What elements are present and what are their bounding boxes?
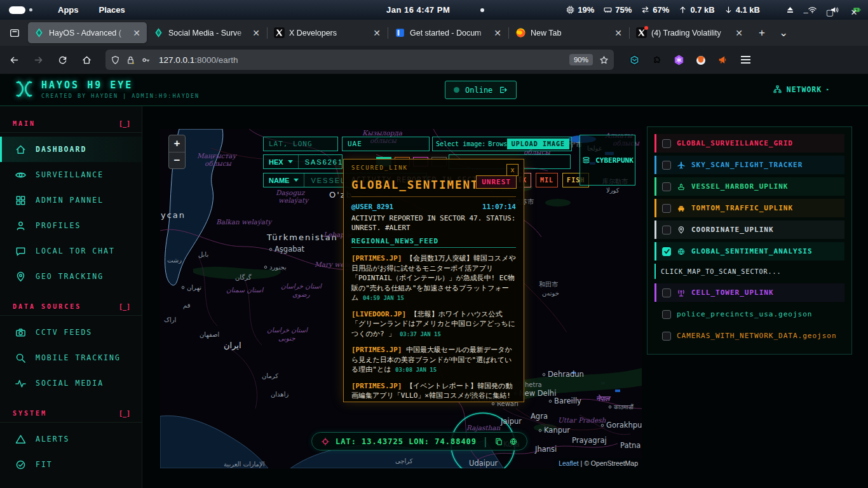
forward-button[interactable] [28,50,48,70]
layer-row-sky-scan-flight-tracker[interactable]: SKY_SCAN_FLIGHT_TRACKER [654,156,844,174]
feed-user[interactable]: @USER_8291 [351,203,393,211]
layer-checkbox[interactable] [662,247,671,256]
zoom-out-button[interactable]: − [169,152,185,168]
activities-pill[interactable] [9,6,25,14]
upload-image-button[interactable]: UPLOAD IMAGE [507,139,569,149]
layer-checkbox[interactable] [662,332,671,341]
sidebar-item-local-tor-chat[interactable]: LOCAL TOR CHAT [0,238,142,264]
sidebar-item-dashboard[interactable]: DASHBOARD [0,137,142,162]
news-item[interactable]: [PRTIMES.JP] 【会員数1万人突破】韓国コスメや日用品がお得に試せるモ… [351,254,516,304]
clock[interactable]: Jan 16 4:47 PM [386,5,450,15]
hex-value[interactable]: SAS6261 [299,158,349,166]
name-select[interactable]: NAME [264,173,304,187]
modal-close-button[interactable]: x [506,164,519,176]
apps-menu[interactable]: Apps [48,5,89,15]
new-tab-button[interactable]: + [752,24,771,43]
sidebar-item-admin-pannel[interactable]: ADMIN PANNEL [0,187,142,213]
back-button[interactable] [4,50,24,70]
news-item[interactable]: [LIVEDOOR.JP] 【悲報】ホワイトハウス公式「グリーンランドはアメリカ… [351,309,516,340]
layer-checkbox[interactable] [662,226,671,234]
zoom-level-badge[interactable]: 90% [569,54,593,65]
url-text[interactable]: 127.0.0.1:8000/earth [159,55,569,65]
section-collapse-button[interactable]: [_] [119,303,130,310]
browser-tab[interactable]: Social Media - Surve✕ [147,22,266,43]
browser-tab[interactable]: (4) Trading Volatility✕ [630,22,749,43]
browser-tab[interactable]: X Developers✕ [268,22,387,43]
extensions-puzzle-icon[interactable] [648,51,665,69]
bookmark-star-icon[interactable] [599,55,609,65]
url-bar[interactable]: 127.0.0.1:8000/earth 90% [105,50,614,70]
sidebar-item-surveillance[interactable]: SURVEILLANCE [0,162,142,187]
sidebar-item-label: MOBILE TRACKING [36,353,121,362]
sidebar-item-geo-tracking[interactable]: GEO TRACKING [0,264,142,289]
reload-button[interactable] [52,50,72,70]
up-arrow-icon [678,5,688,15]
sidebar-item-fit[interactable]: FIT [0,452,142,477]
zoom-in-button[interactable]: + [169,135,185,152]
close-tab-icon[interactable]: ✕ [250,27,262,39]
browser-tab[interactable]: HayOS - Advanced (✕ [28,22,147,43]
sidebar-item-alerts[interactable]: ALERTS [0,426,142,452]
filter-button-mil[interactable]: MIL [536,173,558,187]
layer-row-cameras-with-network-data-geojson[interactable]: CAMERAS_WITH_NETWORK_DATA.geojson [654,327,844,345]
layer-row-vessel-harbor-uplink[interactable]: VESSEL_HARBOR_UPLINK [654,177,844,196]
layer-checkbox[interactable] [662,182,671,191]
news-item[interactable]: [PRTIMES.JP] 【イベントレポート】韓国発の動画編集アプリ「VLLO」… [351,381,516,403]
layer-row-tomtom-traffic-uplink[interactable]: TOMTOM_TRAFFIC_UPLINK [654,199,844,217]
layer-checkbox[interactable] [662,310,671,319]
firefox-view-icon[interactable] [5,24,24,43]
home-button[interactable] [76,50,97,70]
window-close-button[interactable]: ✕ [845,4,863,20]
copy-icon[interactable] [494,437,503,446]
shield-icon[interactable] [111,55,120,65]
map-style-select[interactable]: CYBERPUNK [580,135,635,186]
hex-extension-icon[interactable] [670,51,688,69]
online-status-button[interactable]: Online [445,81,517,99]
sidebar-item-profiles[interactable]: PROFILES [0,213,142,238]
layer-checkbox[interactable] [662,161,671,170]
latlong-input[interactable] [263,137,338,151]
svg-text:Uttar Pradesh: Uttar Pradesh [558,416,606,424]
network-link[interactable]: NETWORK ▸ [773,85,830,94]
layer-row-police-precincts-usa-geojson[interactable]: police_precincts_usa.geojson [654,305,844,323]
country-input[interactable] [342,137,430,151]
permissions-icon[interactable] [141,55,151,65]
leaflet-link[interactable]: Leaflet [559,459,579,467]
layer-checkbox[interactable] [662,204,671,213]
container-extension-icon[interactable] [625,51,643,69]
browser-tab[interactable]: Get started - Docum✕ [389,22,508,43]
layer-row-cell-tower-uplink[interactable]: CELL_TOWER_UPLINK [654,283,844,302]
close-tab-icon[interactable]: ✕ [733,27,745,39]
news-item[interactable]: [PRTIMES.JP] 中国最大級セールの最新データから見えた日本の美容ブラン… [351,345,516,376]
sidebar-item-social-media[interactable]: SOCIAL MEDIA [0,370,142,396]
lock-icon[interactable] [126,55,135,65]
layer-row-global-sentiment-analysis[interactable]: GLOBAL_SENTIMENT_ANALYSIS [654,242,844,261]
section-collapse-button[interactable]: [_] [119,410,130,417]
fox-extension-icon[interactable] [692,51,710,69]
megaphone-extension-icon[interactable] [714,51,732,69]
news-source: [PRTIMES.JP] [351,346,406,354]
globe-icon[interactable] [509,437,518,446]
places-menu[interactable]: Places [89,5,135,15]
close-tab-icon[interactable]: ✕ [370,27,383,39]
menu-hamburger-icon[interactable] [736,51,754,69]
close-tab-icon[interactable]: ✕ [612,27,625,39]
layer-row-global-surveillance-grid[interactable]: GLOBAL_SURVEILLANCE_GRID [654,134,844,152]
browser-tab[interactable]: New Tab✕ [510,22,628,43]
layer-row-coordinate-uplink[interactable]: COORDINATE_UPLINK [654,220,844,239]
window-maximize-button[interactable]: ▢ [821,4,839,20]
layer-checkbox[interactable] [662,288,671,297]
eject-icon[interactable] [785,5,795,15]
window-minimize-button[interactable]: – [797,4,815,20]
section-collapse-button[interactable]: [_] [119,120,130,127]
close-tab-icon[interactable]: ✕ [130,27,143,39]
list-tabs-button[interactable]: ⌄ [774,24,793,43]
sidebar-item-cctv-feeds[interactable]: CCTV FEEDS [0,320,142,345]
hex-select[interactable]: HEX [264,155,299,168]
map[interactable]: КызылордаоблысыЖамбылоблысыАлматыоблысыМ… [160,129,642,468]
image-file-input[interactable]: Select image:Browse…No f…ed. UPLOAD IMAG… [432,137,572,151]
sidebar-item-mobile-tracking[interactable]: MOBILE TRACKING [0,345,142,370]
layer-label: police_precincts_usa.geojson [677,310,812,318]
layer-checkbox[interactable] [662,139,671,148]
close-tab-icon[interactable]: ✕ [491,27,504,39]
